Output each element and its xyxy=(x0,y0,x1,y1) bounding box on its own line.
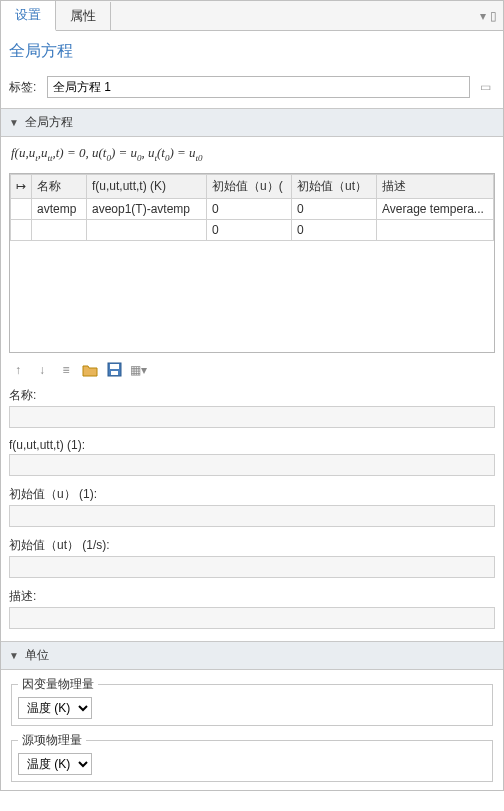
help-icon[interactable]: ▯ xyxy=(490,9,497,23)
source-select[interactable]: 温度 (K) xyxy=(18,753,92,775)
dropdown-icon[interactable]: ▾ xyxy=(480,9,486,23)
cell-u0[interactable]: 0 xyxy=(207,219,292,240)
depvar-fieldset: 因变量物理量 温度 (K) xyxy=(11,676,493,726)
name-label: 名称: xyxy=(9,385,495,406)
save-button[interactable] xyxy=(105,361,123,379)
field-u0: 初始值（u） (1): xyxy=(1,482,503,533)
ut0-label: 初始值（ut） (1/s): xyxy=(9,535,495,556)
desc-label: 描述: xyxy=(9,586,495,607)
f-label: f(u,ut,utt,t) (1): xyxy=(9,436,495,454)
tab-settings[interactable]: 设置 xyxy=(1,1,56,31)
tag-edit-icon[interactable]: ▭ xyxy=(476,80,495,94)
cell-name[interactable] xyxy=(32,219,87,240)
col-ut0[interactable]: 初始值（ut） xyxy=(292,174,377,198)
cell-name[interactable]: avtemp xyxy=(32,198,87,219)
tab-bar: 设置 属性 ▾ ▯ xyxy=(1,1,503,31)
open-button[interactable] xyxy=(81,361,99,379)
move-down-button[interactable]: ↓ xyxy=(33,361,51,379)
equation-formula: f(u,ut,utt,t) = 0, u(t0) = u0, ut(t0) = … xyxy=(1,137,503,173)
u0-label: 初始值（u） (1): xyxy=(9,484,495,505)
section-units[interactable]: ▼ 单位 xyxy=(1,641,503,670)
tab-properties[interactable]: 属性 xyxy=(56,2,111,30)
move-up-button[interactable]: ↑ xyxy=(9,361,27,379)
cell-desc[interactable] xyxy=(377,219,494,240)
cell-desc[interactable]: Average tempera... xyxy=(377,198,494,219)
svg-rect-1 xyxy=(110,364,119,369)
section-global-equations[interactable]: ▼ 全局方程 xyxy=(1,108,503,137)
tag-input[interactable] xyxy=(47,76,470,98)
section-global-label: 全局方程 xyxy=(25,114,73,131)
table-toolbar: ↑ ↓ ≡ ▦▾ xyxy=(1,353,503,383)
name-input[interactable] xyxy=(9,406,495,428)
clear-button[interactable]: ▦▾ xyxy=(129,361,147,379)
depvar-legend: 因变量物理量 xyxy=(18,676,98,693)
equations-table[interactable]: ↦ 名称 f(u,ut,utt,t) (K) 初始值（u）( 初始值（ut） 描… xyxy=(9,173,495,353)
cell-f[interactable] xyxy=(87,219,207,240)
field-name: 名称: xyxy=(1,383,503,434)
ut0-input[interactable] xyxy=(9,556,495,578)
f-input[interactable] xyxy=(9,454,495,476)
col-desc[interactable]: 描述 xyxy=(377,174,494,198)
table-row[interactable]: avtempaveop1(T)-avtemp00Average tempera.… xyxy=(11,198,494,219)
row-marker[interactable] xyxy=(11,219,32,240)
source-legend: 源项物理量 xyxy=(18,732,86,749)
source-fieldset: 源项物理量 温度 (K) xyxy=(11,732,493,782)
page-title: 全局方程 xyxy=(1,31,503,72)
tag-label: 标签: xyxy=(9,79,41,96)
table-row[interactable]: 00 xyxy=(11,219,494,240)
svg-rect-2 xyxy=(111,371,118,375)
cell-f[interactable]: aveop1(T)-avtemp xyxy=(87,198,207,219)
row-marker[interactable] xyxy=(11,198,32,219)
cell-u0[interactable]: 0 xyxy=(207,198,292,219)
field-desc: 描述: xyxy=(1,584,503,635)
settings-panel: 设置 属性 ▾ ▯ 全局方程 标签: ▭ ▼ 全局方程 f(u,ut,utt,t… xyxy=(0,0,504,791)
col-arrow[interactable]: ↦ xyxy=(11,174,32,198)
field-ut0: 初始值（ut） (1/s): xyxy=(1,533,503,584)
depvar-select[interactable]: 温度 (K) xyxy=(18,697,92,719)
cell-ut0[interactable]: 0 xyxy=(292,219,377,240)
chevron-down-icon: ▼ xyxy=(9,117,19,128)
list-icon[interactable]: ≡ xyxy=(57,361,75,379)
field-f: f(u,ut,utt,t) (1): xyxy=(1,434,503,482)
tag-row: 标签: ▭ xyxy=(1,72,503,102)
col-u0[interactable]: 初始值（u）( xyxy=(207,174,292,198)
col-name[interactable]: 名称 xyxy=(32,174,87,198)
col-f[interactable]: f(u,ut,utt,t) (K) xyxy=(87,174,207,198)
section-units-label: 单位 xyxy=(25,647,49,664)
desc-input[interactable] xyxy=(9,607,495,629)
tab-right-controls: ▾ ▯ xyxy=(480,9,503,23)
chevron-down-icon: ▼ xyxy=(9,650,19,661)
cell-ut0[interactable]: 0 xyxy=(292,198,377,219)
u0-input[interactable] xyxy=(9,505,495,527)
